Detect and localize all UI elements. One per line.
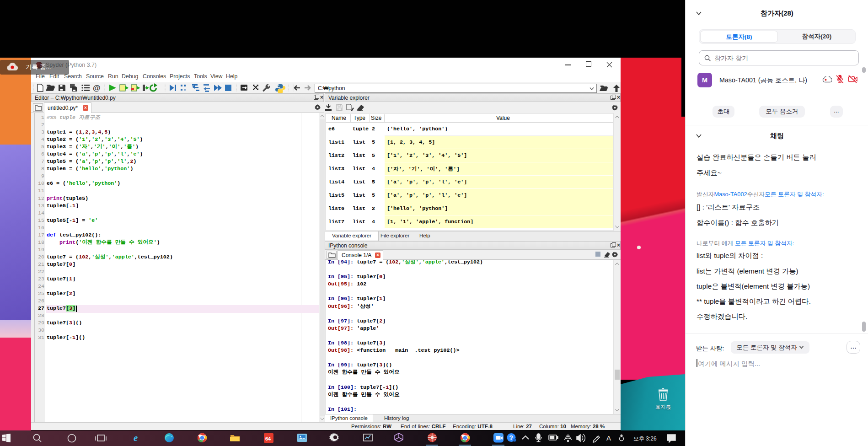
svg-text:?: ? [509,434,514,441]
svg-text:A: A [606,434,611,442]
svg-text:e: e [134,432,138,443]
svg-text:64: 64 [265,436,271,441]
svg-text:@: @ [93,84,101,92]
